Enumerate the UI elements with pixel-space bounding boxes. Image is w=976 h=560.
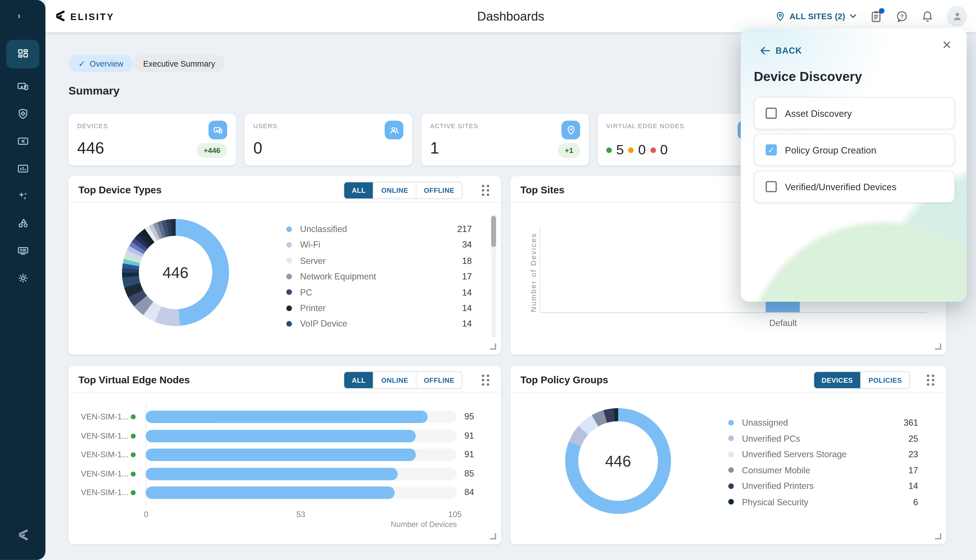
person-icon xyxy=(951,10,963,22)
tasks-button[interactable] xyxy=(870,10,882,23)
sidebar-item-devices[interactable] xyxy=(6,77,39,96)
back-button[interactable]: BACK xyxy=(760,45,802,55)
filter-policies-button[interactable]: POLICIES xyxy=(861,372,909,388)
legend-dot xyxy=(286,305,292,311)
filter-offline-button[interactable]: OFFLINE xyxy=(416,372,462,388)
option-policy-group-creation[interactable]: ✓ Policy Group Creation xyxy=(754,134,955,166)
legend-dot xyxy=(286,289,292,295)
dashboard-grid-icon xyxy=(17,48,29,60)
legend-item[interactable]: Unassigned361 xyxy=(728,416,918,429)
ven-bar-row[interactable]: VEN-SIM-1... 91 xyxy=(68,448,501,461)
option-asset-discovery[interactable]: Asset Discovery xyxy=(754,97,955,130)
sidebar-item-topology[interactable] xyxy=(6,214,39,233)
offline-dot xyxy=(650,147,656,153)
resize-handle[interactable] xyxy=(490,533,496,539)
ven-bar-row[interactable]: VEN-SIM-1... 95 xyxy=(68,411,501,423)
legend-item[interactable]: Network Equipment17 xyxy=(286,270,472,283)
account-avatar[interactable] xyxy=(947,6,967,27)
x-tick: 105 xyxy=(448,510,462,519)
sparkles-icon xyxy=(17,190,29,202)
sidebar-expand-icon[interactable]: › xyxy=(18,10,21,20)
policy-groups-donut-chart[interactable]: 446 xyxy=(565,408,671,514)
legend-item[interactable]: Unverified Servers Storage23 xyxy=(728,448,918,460)
sidebar-item-dashboards[interactable] xyxy=(6,40,39,68)
sidebar-item-elisity-cloud[interactable] xyxy=(6,132,39,150)
elisity-logo-mark-icon xyxy=(15,528,30,542)
card-label: USERS xyxy=(253,122,277,129)
close-icon[interactable]: ✕ xyxy=(942,39,952,51)
site-selector[interactable]: ALL SITES (2) xyxy=(776,11,856,22)
checkbox-unchecked[interactable] xyxy=(766,181,777,192)
card-label: ACTIVE SITES xyxy=(430,122,479,129)
shield-gear-icon xyxy=(17,108,29,120)
legend-dot xyxy=(286,226,292,232)
divider xyxy=(510,392,946,393)
status-dot xyxy=(131,414,136,420)
divider xyxy=(68,202,501,203)
card-label: DEVICES xyxy=(77,122,108,129)
scrollbar-thumb[interactable] xyxy=(491,216,496,247)
sidebar-item-policy[interactable] xyxy=(6,105,39,123)
legend-dot xyxy=(728,420,734,425)
x-tick: 0 xyxy=(144,510,148,519)
gear-icon xyxy=(17,272,29,284)
filter-offline-button[interactable]: OFFLINE xyxy=(416,182,462,198)
drag-handle-icon[interactable] xyxy=(926,375,936,385)
filter-all-button[interactable]: ALL xyxy=(344,372,373,388)
site-selector-label: ALL SITES (2) xyxy=(790,12,846,21)
legend-item[interactable]: Unverified Printers14 xyxy=(728,480,918,492)
legend-item[interactable]: PC14 xyxy=(286,286,472,298)
sidebar-item-analytics[interactable] xyxy=(6,159,39,178)
legend-item[interactable]: Consumer Mobile17 xyxy=(728,464,918,476)
resize-handle[interactable] xyxy=(935,533,941,539)
sites-delta-badge: +1 xyxy=(558,143,581,158)
legend-item[interactable]: Server18 xyxy=(286,254,472,267)
ven-offline-count: 0 xyxy=(660,142,667,158)
legend-item[interactable]: Printer14 xyxy=(286,302,472,314)
filter-devices-button[interactable]: DEVICES xyxy=(814,372,861,388)
divider xyxy=(68,392,501,393)
card-top-device-types: Top Device Types ALL ONLINE OFFLINE 446 … xyxy=(68,176,501,355)
notifications-button[interactable] xyxy=(922,10,933,23)
chevron-down-icon xyxy=(850,13,856,18)
sidebar: › xyxy=(0,0,45,560)
check-icon: ✓ xyxy=(78,59,85,68)
ven-bar xyxy=(146,467,398,480)
shapes-icon xyxy=(17,217,29,230)
legend-item[interactable]: Wi-Fi34 xyxy=(286,238,472,251)
resize-handle[interactable] xyxy=(935,343,941,350)
filter-online-button[interactable]: ONLINE xyxy=(373,182,416,198)
legend-item[interactable]: Unverified PCs25 xyxy=(728,432,918,445)
notification-badge xyxy=(879,8,884,13)
checkbox-unchecked[interactable] xyxy=(766,108,777,119)
sidebar-item-settings[interactable] xyxy=(6,269,39,287)
filter-all-button[interactable]: ALL xyxy=(344,182,373,198)
sidebar-item-logs[interactable] xyxy=(6,241,39,260)
tab-executive-summary[interactable]: Executive Summary xyxy=(133,55,225,72)
legend-item[interactable]: VoIP Device14 xyxy=(286,318,472,330)
help-button[interactable]: ? xyxy=(896,10,908,23)
tab-overview[interactable]: ✓ Overview xyxy=(68,55,133,72)
legend-item[interactable]: Unclassified217 xyxy=(286,223,472,235)
users-icon xyxy=(385,121,403,140)
x-axis-label: Number of Devices xyxy=(320,520,457,529)
location-pin-icon xyxy=(776,11,785,22)
device-types-donut-chart[interactable]: 446 xyxy=(122,219,229,326)
donut-center-value: 446 xyxy=(578,421,658,501)
drag-handle-icon[interactable] xyxy=(480,185,491,195)
filter-online-button[interactable]: ONLINE xyxy=(373,372,416,388)
x-category-label: Default xyxy=(764,318,802,328)
legend-scrollbar[interactable] xyxy=(491,215,496,338)
ven-bar-row[interactable]: VEN-SIM-1... 91 xyxy=(68,430,501,442)
checkbox-checked[interactable]: ✓ xyxy=(766,144,777,155)
bar-track xyxy=(146,430,457,442)
sidebar-item-ai[interactable] xyxy=(6,187,39,205)
card-top-policy-groups: Top Policy Groups DEVICES POLICIES 446 U… xyxy=(510,366,946,545)
option-verified-unverified-devices[interactable]: Verified/Unverified Devices xyxy=(754,170,955,203)
drag-handle-icon[interactable] xyxy=(480,375,491,385)
resize-handle[interactable] xyxy=(490,343,496,350)
ven-bar-row[interactable]: VEN-SIM-1... 85 xyxy=(68,467,501,480)
card-title: Top Policy Groups xyxy=(521,375,608,386)
ven-bar-row[interactable]: VEN-SIM-1... 84 xyxy=(68,487,501,499)
legend-item[interactable]: Physical Security6 xyxy=(728,496,918,508)
